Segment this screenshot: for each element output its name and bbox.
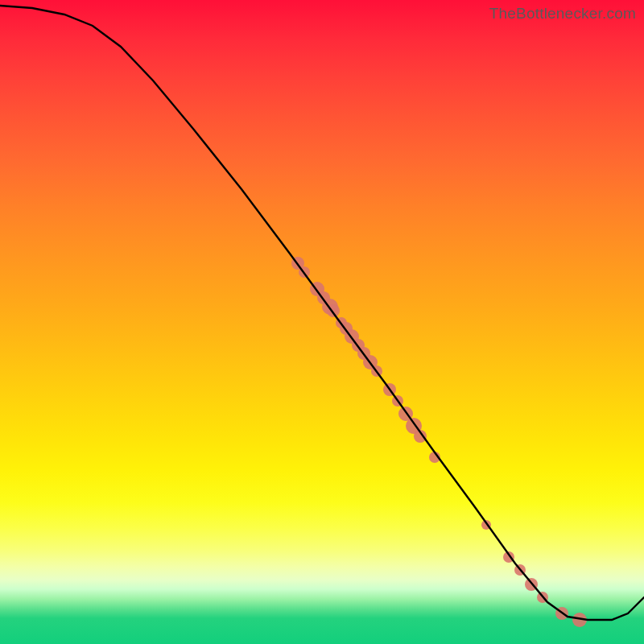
scatter-layer (291, 257, 587, 627)
chart-svg (0, 0, 644, 644)
curve-line (0, 6, 644, 620)
chart-container: TheBottlenecker.com (0, 0, 644, 644)
